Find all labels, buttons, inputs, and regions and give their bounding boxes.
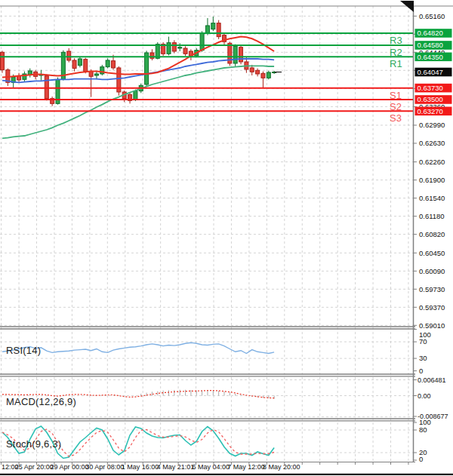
svg-text:0.60820: 0.60820 bbox=[419, 230, 445, 238]
time-axis-label: 7 May 12:00 bbox=[227, 463, 265, 471]
svg-text:0.60450: 0.60450 bbox=[419, 249, 445, 257]
resistance-label-r3: R3 bbox=[390, 35, 402, 46]
time-axis-labels: 12:0025 Apr 20:0029 Apr 00:0030 Apr 08:0… bbox=[0, 462, 453, 476]
svg-text:0.63500: 0.63500 bbox=[418, 95, 443, 103]
svg-text:0.62630: 0.62630 bbox=[419, 139, 445, 147]
support-label-s3: S3 bbox=[390, 112, 402, 124]
time-axis-label: 8 May 20:00 bbox=[263, 463, 300, 471]
svg-text:0.59730: 0.59730 bbox=[419, 285, 445, 293]
macd-label: MACD(12,26,9) bbox=[6, 396, 76, 407]
svg-text:0.61900: 0.61900 bbox=[419, 176, 445, 184]
svg-text:0.60090: 0.60090 bbox=[419, 267, 445, 275]
resistance-label-r1: R1 bbox=[390, 58, 402, 69]
svg-text:0.62260: 0.62260 bbox=[419, 158, 445, 166]
stoch-axis-labels: 10080200 bbox=[414, 418, 431, 462]
svg-text:0.61180: 0.61180 bbox=[419, 212, 445, 220]
time-axis-label: 4 May 21:01 bbox=[157, 463, 195, 471]
svg-text:0.64580: 0.64580 bbox=[418, 41, 443, 49]
macd-axis-labels: 0.0064810.00-0.008677 bbox=[414, 376, 448, 420]
svg-text:0: 0 bbox=[419, 455, 423, 463]
stoch-label: Stoch(9,6,3) bbox=[6, 438, 61, 450]
svg-text:0.006481: 0.006481 bbox=[418, 376, 446, 384]
svg-text:0.59010: 0.59010 bbox=[419, 321, 445, 330]
svg-text:30: 30 bbox=[419, 354, 427, 362]
svg-text:80: 80 bbox=[419, 425, 427, 434]
time-axis-label: 30 Apr 08:00 bbox=[85, 463, 124, 471]
svg-text:0: 0 bbox=[419, 367, 423, 375]
svg-text:70: 70 bbox=[419, 337, 427, 345]
svg-text:0.63270: 0.63270 bbox=[418, 107, 443, 115]
svg-text:0.61540: 0.61540 bbox=[419, 194, 445, 202]
svg-text:0.59370: 0.59370 bbox=[419, 303, 445, 312]
svg-text:0.63730: 0.63730 bbox=[418, 84, 443, 92]
time-axis-label: 29 Apr 00:00 bbox=[50, 463, 88, 471]
svg-text:0.00: 0.00 bbox=[418, 392, 431, 400]
svg-text:0.64350: 0.64350 bbox=[418, 53, 443, 61]
svg-text:0.64047: 0.64047 bbox=[418, 68, 443, 76]
time-axis-label: 25 Apr 20:00 bbox=[15, 463, 54, 471]
svg-text:0.64820: 0.64820 bbox=[418, 29, 443, 37]
svg-text:0.65160: 0.65160 bbox=[419, 12, 445, 20]
rsi-axis-labels: 10070300 bbox=[414, 330, 431, 375]
trading-chart-window: { "chart_data": { "type": "candlestick-w… bbox=[0, 0, 453, 476]
svg-text:0.62990: 0.62990 bbox=[419, 121, 445, 129]
rsi-label: RSI(14) bbox=[6, 345, 41, 356]
time-axis-label: 1 May 16:00 bbox=[122, 463, 159, 471]
time-axis-label: 6 May 04:00 bbox=[192, 463, 230, 471]
